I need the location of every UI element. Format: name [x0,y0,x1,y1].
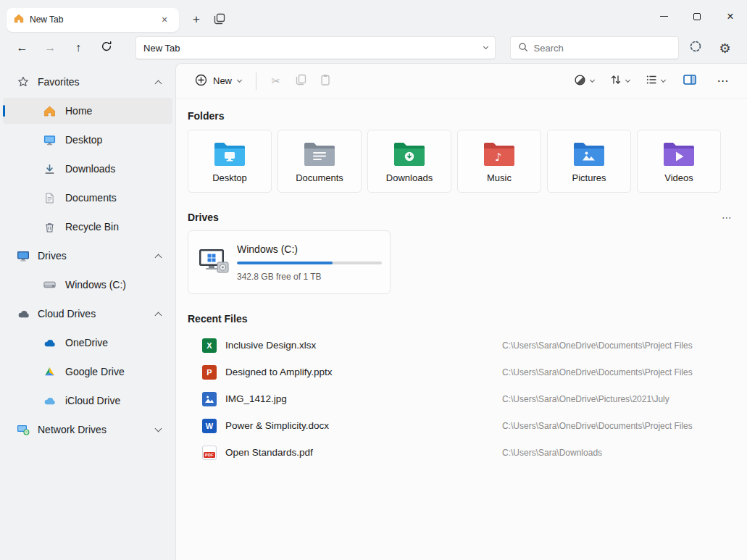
drives-heading: Drives [188,212,219,223]
folder-tile-music[interactable]: ♪ Music [457,130,541,193]
sidebar-item-documents[interactable]: Documents [3,185,172,211]
chevron-up-icon[interactable] [155,312,162,319]
sidebar-item-downloads[interactable]: Downloads [3,156,172,182]
this-pc-icon [16,251,30,262]
home-icon [42,106,57,117]
sort-button[interactable] [606,69,633,93]
more-icon: ⋯ [717,74,730,88]
chevron-down-icon[interactable] [155,425,162,432]
file-name: Power & Simplicity.docx [225,420,493,431]
address-bar[interactable] [135,36,496,59]
sidebar-item-onedrive[interactable]: OneDrive [3,330,172,356]
sidebar: Favorites Home Desktop Downloads [0,63,175,560]
sidebar-item-desktop[interactable]: Desktop [3,127,172,153]
filter-icon [574,74,586,88]
folder-tile-downloads[interactable]: Downloads [367,130,451,193]
sidebar-item-icloud-drive[interactable]: iCloud Drive [3,388,172,414]
sidebar-section-cloud-drives[interactable]: Cloud Drives [3,301,172,327]
search-input[interactable] [534,43,671,54]
icloud-icon [42,396,57,405]
drive-name: Windows (C:) [237,243,382,255]
filter-button[interactable] [570,69,598,93]
recent-file-row[interactable]: IMG_1412.jpg C:\Users\Sara\OneDrive\Pict… [188,385,735,412]
folder-tile-label: Pictures [572,172,606,183]
file-path: C:\Users\Sara\Downloads [502,448,735,458]
recycle-bin-icon [42,222,57,233]
view-button[interactable] [642,69,669,93]
file-path: C:\Users\Sara\OneDrive\Documents\Project… [502,421,735,431]
new-button[interactable]: New [188,69,249,93]
close-button[interactable]: × [714,4,747,30]
videos-folder-icon [662,140,696,167]
network-drives-icon [16,425,30,435]
folder-tile-pictures[interactable]: Pictures [547,130,631,193]
sidebar-item-windows-c[interactable]: Windows (C:) [3,272,172,298]
folder-tile-desktop[interactable]: Desktop [188,130,272,193]
sidebar-item-label: Windows (C:) [65,279,126,291]
navbar-right-actions: ⚙ [683,36,737,59]
sidebar-item-recycle-bin[interactable]: Recycle Bin [3,214,172,240]
folder-tile-videos[interactable]: Videos [637,130,721,193]
refresh-button[interactable] [94,36,118,59]
sidebar-section-network-drives[interactable]: Network Drives [3,417,172,443]
cloud-icon [16,309,30,318]
file-name: Designed to Amplify.pptx [225,367,493,377]
onedrive-icon [42,338,57,347]
recent-file-row[interactable]: P Designed to Amplify.pptx C:\Users\Sara… [188,359,735,385]
file-path: C:\Users\Sara\OneDrive\Documents\Project… [502,340,735,351]
tab-close-button[interactable]: × [157,12,172,27]
sidebar-section-drives[interactable]: Drives [3,243,172,269]
folder-tile-label: Videos [664,172,693,183]
preview-pane-icon [683,74,696,88]
sidebar-section-favorites[interactable]: Favorites [3,69,172,95]
sidebar-item-label: Downloads [65,163,115,175]
file-name: IMG_1412.jpg [225,393,493,404]
copilot-button[interactable] [683,36,707,59]
sidebar-item-label: Desktop [65,134,102,146]
search-box[interactable] [510,36,679,59]
preview-pane-button[interactable] [677,69,702,93]
copy-button[interactable] [288,69,313,93]
drive-usage-bar [237,262,382,264]
recent-file-row[interactable]: PDF Open Standards.pdf C:\Users\Sara\Dow… [188,439,735,466]
new-tab-button[interactable]: + [185,9,208,30]
up-button[interactable]: ↑ [67,36,91,59]
cut-button[interactable]: ✂ [264,69,288,93]
file-path: C:\Users\Sara\OneDrive\Documents\Project… [502,367,735,377]
address-dropdown-chevron-icon[interactable] [483,44,488,49]
minimize-button[interactable] [647,4,680,30]
drive-free-space: 342.8 GB free of 1 TB [237,272,382,282]
chevron-up-icon[interactable] [155,254,162,261]
recent-file-row[interactable]: W Power & Simplicity.docx C:\Users\Sara\… [188,412,735,439]
forward-button[interactable]: → [38,36,62,59]
folder-tile-label: Downloads [386,172,433,183]
sidebar-item-home[interactable]: Home [3,98,172,124]
folders-heading: Folders [188,110,735,122]
sidebar-item-label: Home [65,105,92,117]
more-options-button[interactable]: ⋯ [711,69,735,93]
recent-file-row[interactable]: X Inclusive Design.xlsx C:\Users\Sara\On… [188,332,735,359]
drives-more-button[interactable]: ⋯ [722,212,733,223]
paste-icon [320,74,330,88]
address-input[interactable] [143,43,484,54]
sidebar-item-google-drive[interactable]: Google Drive [3,359,172,385]
chevron-up-icon[interactable] [155,80,162,87]
maximize-button[interactable] [680,4,714,30]
music-note-glyph: ♪ [495,151,502,164]
tab-new-tab[interactable]: New Tab × [7,8,179,32]
search-icon [518,42,528,54]
folder-tile-documents[interactable]: Documents [277,130,362,193]
view-list-icon [646,74,657,88]
recent-files-heading: Recent Files [188,313,735,325]
back-button[interactable]: ← [10,36,34,59]
paste-button[interactable] [313,69,338,93]
downloads-folder-icon [393,140,426,167]
tab-list-button[interactable] [208,9,231,30]
desktop-folder-icon [213,140,246,167]
maximize-icon [693,13,701,20]
drive-card-windows-c[interactable]: Windows (C:) 342.8 GB free of 1 TB [188,230,391,294]
settings-button[interactable]: ⚙ [713,36,737,59]
file-name: Open Standards.pdf [225,447,493,458]
file-name: Inclusive Design.xlsx [225,340,493,351]
image-file-icon [202,392,217,406]
